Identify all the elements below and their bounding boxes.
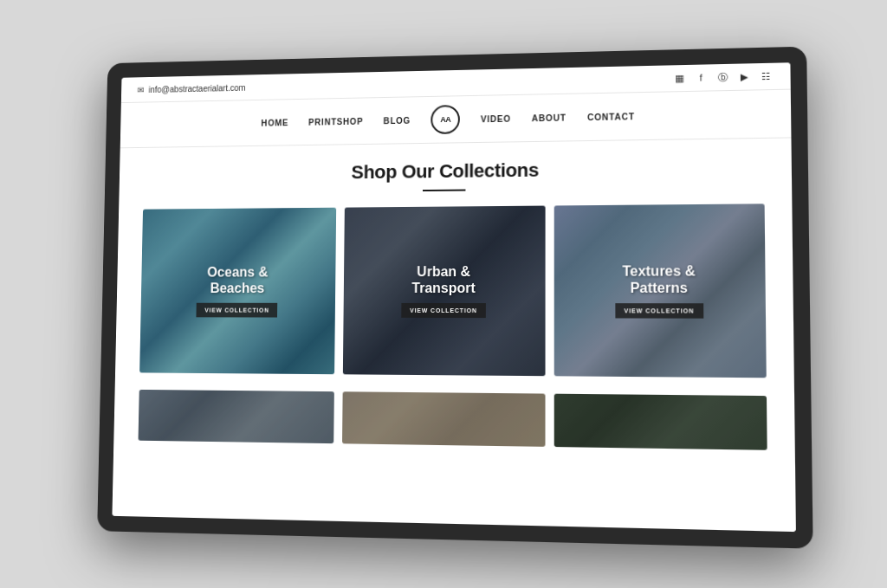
nav-logo[interactable]: AA [431,105,460,134]
youtube-icon[interactable]: ▶ [738,70,751,82]
card-overlay-bottom-1 [139,389,334,443]
nav-blog[interactable]: BLOG [384,115,411,125]
email-icon: ✉ [138,85,145,94]
card-title-textures: Textures &Patterns [622,262,696,296]
card-content-urban: Urban &Transport VIEW COLLECTION [392,254,495,326]
title-divider [423,189,465,191]
view-collection-urban-btn[interactable]: VIEW COLLECTION [401,303,486,318]
collection-bottom-2[interactable] [342,391,546,447]
card-title-oceans: Oceans &Beaches [207,263,269,296]
view-collection-oceans-btn[interactable]: VIEW COLLECTION [197,302,278,317]
main-content: Shop Our Collections Oceans &Beaches VIE… [112,138,796,532]
card-title-urban: Urban &Transport [411,262,476,295]
pinterest-icon[interactable]: ⓑ [716,70,729,82]
collection-urban[interactable]: Urban &Transport VIEW COLLECTION [343,205,546,376]
card-content-oceans: Oceans &Beaches VIEW COLLECTION [188,255,287,326]
card-content-textures: Textures &Patterns VIEW COLLECTION [606,253,713,326]
nav-printshop[interactable]: PRINTSHOP [308,116,363,126]
email-section: ✉ info@abstractaerialart.com [138,82,246,94]
laptop-device: ✉ info@abstractaerialart.com ▦ f ⓑ ▶ ☷ H… [97,46,813,548]
facebook-icon[interactable]: f [695,71,708,83]
card-overlay-bottom-2 [342,391,546,447]
screen: ✉ info@abstractaerialart.com ▦ f ⓑ ▶ ☷ H… [112,62,796,532]
page-title: Shop Our Collections [144,156,765,186]
collection-textures[interactable]: Textures &Patterns VIEW COLLECTION [554,204,767,378]
email-address: info@abstractaerialart.com [148,82,245,94]
view-collection-textures-btn[interactable]: VIEW COLLECTION [615,303,703,319]
collection-oceans[interactable]: Oceans &Beaches VIEW COLLECTION [139,207,336,374]
nav-contact[interactable]: CONTACT [587,111,635,121]
card-overlay-bottom-3 [554,393,767,449]
instagram-icon[interactable]: ▦ [673,72,686,84]
nav-video[interactable]: VIDEO [481,113,511,123]
nav-about[interactable]: ABOUT [532,113,567,123]
collection-bottom-3[interactable] [554,393,767,449]
cart-icon[interactable]: ☷ [760,69,773,81]
nav-home[interactable]: HOME [261,117,288,126]
collection-bottom-1[interactable] [139,389,334,443]
social-icons: ▦ f ⓑ ▶ ☷ [673,69,773,84]
collections-grid: Oceans &Beaches VIEW COLLECTION Urban &T… [139,204,767,449]
